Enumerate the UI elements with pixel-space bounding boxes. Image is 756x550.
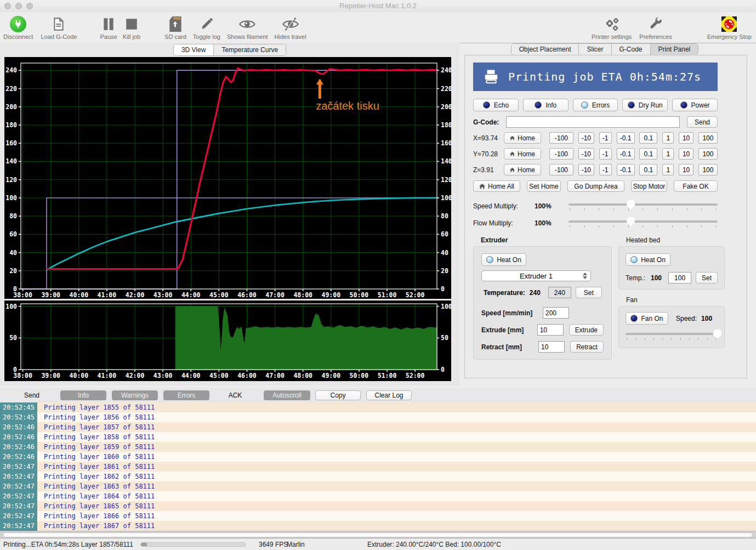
toggle-power-button[interactable]: Power (672, 99, 718, 111)
log-autoscroll-button[interactable]: Autoscroll (264, 390, 310, 400)
tab-temperature-curve[interactable]: Temperature Curve (214, 44, 286, 55)
stop-motor-button[interactable]: Stop Motor (631, 180, 667, 192)
extruder-selector[interactable]: Extruder 1 (481, 270, 591, 281)
retract-button[interactable]: Retract (570, 341, 604, 353)
gcode-send-button[interactable]: Send (687, 116, 718, 128)
jog-x-button[interactable]: -0.1 (617, 132, 635, 144)
bed-set-button[interactable]: Set (696, 272, 718, 283)
jog-z-button[interactable]: -100 (549, 164, 573, 175)
jog-y-button[interactable]: -0.1 (617, 148, 635, 160)
toggle-dry-run-button[interactable]: Dry Run (622, 99, 668, 111)
svg-text:240: 240 (441, 66, 451, 74)
scrollbar-thumb[interactable] (3, 532, 753, 537)
bed-temp-input[interactable] (668, 272, 691, 283)
log-copy-button[interactable]: Copy (315, 390, 361, 400)
tab-3d-view[interactable]: 3D View (174, 44, 214, 55)
set-home-button[interactable]: Set Home (527, 180, 561, 192)
flow-multiply-slider[interactable] (569, 217, 718, 230)
extruder-speed-input[interactable] (543, 307, 569, 319)
svg-text:100: 100 (441, 303, 451, 310)
slider-track[interactable] (569, 220, 718, 223)
home-y-button[interactable]: Home (504, 148, 541, 160)
slider-track[interactable] (626, 333, 718, 335)
svg-text:40:00: 40:00 (69, 372, 88, 379)
jog-y-button[interactable]: 10 (679, 148, 694, 160)
extruder-heat-on-button[interactable]: Heat On (481, 253, 526, 266)
tab-g-code[interactable]: G-Code (612, 44, 651, 55)
emergency-stop-icon (721, 15, 737, 33)
toolbar-item-shows-filament[interactable]: Shows filament (227, 15, 268, 40)
jog-y-button[interactable]: -1 (599, 148, 612, 160)
fan-speed-slider[interactable] (626, 329, 718, 342)
jog-y-button[interactable]: 100 (698, 148, 718, 160)
svg-text:39:00: 39:00 (41, 372, 60, 379)
jog-x-button[interactable]: 0.1 (639, 132, 657, 144)
log-clear-log-button[interactable]: Clear Log (366, 390, 412, 400)
log-horizontal-scrollbar[interactable] (0, 531, 756, 538)
toolbar-item-pause[interactable]: Pause (100, 15, 117, 40)
speed-multiply-slider[interactable] (569, 200, 718, 213)
log-send-label: Send (20, 392, 44, 399)
tab-print-panel[interactable]: Print Panel (651, 44, 698, 55)
axis-position-label: Y=70.28 (473, 150, 504, 158)
jog-z-button[interactable]: 10 (679, 164, 694, 175)
bed-temp-current: 100 (651, 274, 662, 282)
go-dump-area-button[interactable]: Go Dump Area (567, 180, 624, 192)
log-entry: 20:52:46Printing layer 1858 of 58111 (0, 432, 756, 442)
fan-on-button[interactable]: Fan On (626, 312, 668, 325)
toggle-echo-button[interactable]: Echo (473, 99, 519, 111)
toolbar-item-label: SD card (164, 33, 186, 40)
svg-text:41:00: 41:00 (98, 291, 117, 299)
jog-x-button[interactable]: -100 (549, 132, 573, 144)
home-z-button[interactable]: Home (504, 164, 541, 175)
jog-y-button[interactable]: -10 (578, 148, 594, 160)
toolbar-item-preferences[interactable]: Preferences (639, 15, 672, 40)
jog-x-button[interactable]: -1 (599, 132, 612, 144)
toggle-errors-button[interactable]: Errors (573, 99, 618, 111)
tab-object-placement[interactable]: Object Placement (511, 44, 579, 55)
toolbar-item-sd-card[interactable]: SD card (164, 15, 186, 40)
toggle-info-button[interactable]: Info (523, 99, 569, 111)
jog-z-button[interactable]: 0.1 (639, 164, 657, 175)
jog-y-button[interactable]: -100 (549, 148, 573, 160)
toolbar-item-hides-travel[interactable]: Hides travel (275, 15, 306, 40)
log-errors-button[interactable]: Errors (163, 390, 209, 400)
extrude-button[interactable]: Extrude (569, 324, 604, 336)
tab-slicer[interactable]: Slicer (579, 44, 611, 55)
svg-text:80: 80 (9, 212, 17, 220)
log-timestamp: 20:52:47 (0, 481, 37, 491)
home-x-button[interactable]: Home (504, 132, 541, 144)
extruder-temp-input[interactable] (548, 287, 571, 298)
toolbar-item-load-gcode[interactable]: Load G-Code (41, 15, 77, 40)
jog-x-button[interactable]: 100 (698, 132, 718, 144)
gcode-input[interactable] (506, 116, 680, 128)
toolbar-item-printer-settings[interactable]: Printer settings (592, 15, 632, 40)
window-title: Repetier-Host Mac 1.0.2 (0, 2, 756, 10)
home-all-button[interactable]: Home All (473, 180, 520, 192)
retract-length-input[interactable] (538, 341, 565, 353)
jog-x-button[interactable]: 10 (679, 132, 694, 144)
toolbar-item-toggle-log[interactable]: Toggle log (193, 15, 220, 40)
svg-text:44:00: 44:00 (181, 291, 201, 299)
log-info-button[interactable]: Info (60, 390, 106, 400)
svg-text:220: 220 (5, 85, 17, 93)
slider-track[interactable] (569, 203, 718, 206)
jog-y-button[interactable]: 1 (662, 148, 674, 160)
bed-heat-on-button[interactable]: Heat On (626, 253, 670, 266)
jog-z-button[interactable]: -1 (599, 164, 612, 175)
jog-z-button[interactable]: 1 (662, 164, 674, 175)
jog-z-button[interactable]: 100 (698, 164, 718, 175)
toolbar-item-disconnect[interactable]: Disconnect (3, 15, 33, 40)
jog-z-button[interactable]: -0.1 (617, 164, 635, 175)
jog-x-button[interactable]: -10 (578, 132, 594, 144)
fake-ok-button[interactable]: Fake OK (674, 180, 718, 192)
extruder-set-button[interactable]: Set (576, 287, 602, 298)
extrude-length-input[interactable] (537, 324, 564, 336)
toolbar-item-emergency-stop[interactable]: Emergency Stop (707, 15, 752, 40)
jog-z-button[interactable]: -10 (578, 164, 594, 175)
jog-y-button[interactable]: 0.1 (639, 148, 657, 160)
svg-text:100: 100 (5, 303, 17, 310)
jog-x-button[interactable]: 1 (662, 132, 674, 144)
log-warnings-button[interactable]: Warnings (112, 390, 158, 400)
toolbar-item-kill-job[interactable]: Kill job (123, 15, 140, 40)
